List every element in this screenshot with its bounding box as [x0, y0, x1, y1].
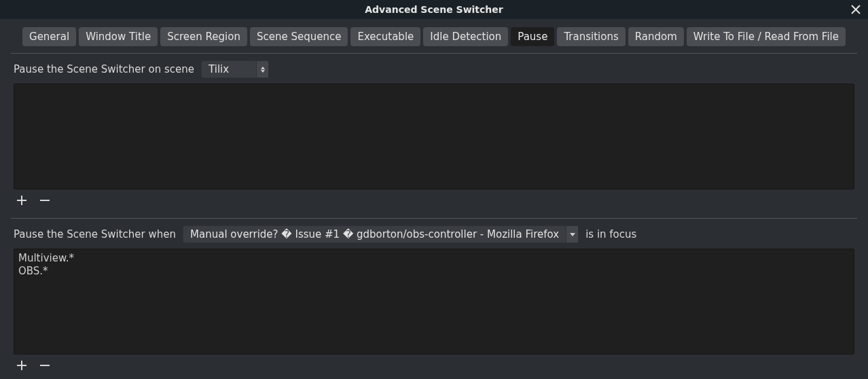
tab-screen-region[interactable]: Screen Region	[160, 27, 247, 46]
pause-when-label-before: Pause the Scene Switcher when	[14, 228, 176, 240]
pause-when-label-after: is in focus	[585, 228, 636, 240]
close-icon	[851, 5, 861, 14]
plus-icon	[16, 359, 28, 372]
tab-idle-detection[interactable]: Idle Detection	[423, 27, 508, 46]
pause-on-scene-add-button[interactable]	[15, 194, 29, 207]
pause-on-scene-select[interactable]: Tilix	[201, 60, 269, 78]
minus-icon	[39, 194, 51, 206]
pause-on-scene-section: Pause the Scene Switcher on scene Tilix	[8, 60, 860, 217]
pause-when-section: Pause the Scene Switcher when Manual ove…	[8, 225, 860, 379]
tab-scene-sequence[interactable]: Scene Sequence	[250, 27, 348, 46]
tab-random[interactable]: Random	[628, 27, 684, 46]
chevron-down-icon	[566, 226, 578, 242]
close-button[interactable]	[849, 3, 863, 16]
pause-when-add-button[interactable]	[15, 359, 29, 372]
tab-executable[interactable]: Executable	[350, 27, 420, 46]
tab-window-title[interactable]: Window Title	[79, 27, 158, 46]
minus-icon	[39, 359, 51, 372]
list-item[interactable]: OBS.*	[18, 265, 850, 278]
content-area: General Window Title Screen Region Scene…	[0, 19, 868, 379]
tab-transitions[interactable]: Transitions	[557, 27, 625, 46]
window-title: Advanced Scene Switcher	[365, 4, 503, 15]
pause-on-scene-remove-button[interactable]	[38, 194, 52, 207]
pause-when-window-select[interactable]: Manual override? � Issue #1 � gdborton/o…	[183, 225, 579, 243]
pause-when-remove-button[interactable]	[38, 359, 52, 372]
pause-when-list[interactable]: Multiview.* OBS.*	[14, 249, 854, 355]
updown-icon	[256, 61, 268, 77]
tab-write-read-file[interactable]: Write To File / Read From File	[687, 27, 846, 46]
pause-on-scene-label: Pause the Scene Switcher on scene	[14, 63, 194, 75]
tab-bar: General Window Title Screen Region Scene…	[11, 27, 857, 54]
list-item[interactable]: Multiview.*	[18, 252, 850, 265]
titlebar: Advanced Scene Switcher	[0, 0, 868, 19]
tab-pause[interactable]: Pause	[511, 27, 554, 46]
pause-when-window-value: Manual override? � Issue #1 � gdborton/o…	[183, 228, 566, 240]
tab-general[interactable]: General	[22, 27, 76, 46]
section-divider	[11, 218, 857, 219]
plus-icon	[16, 194, 28, 206]
pause-on-scene-list[interactable]	[14, 84, 854, 190]
pause-on-scene-value: Tilix	[202, 63, 256, 75]
